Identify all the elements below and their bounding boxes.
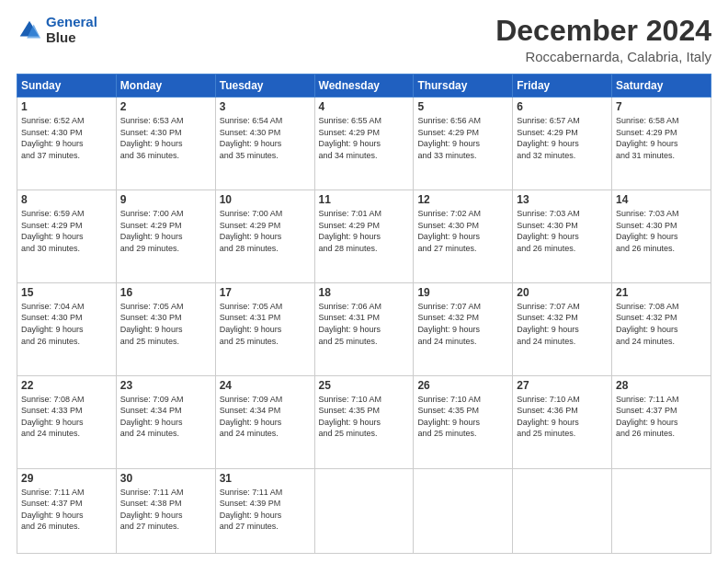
- day-number: 27: [517, 379, 608, 392]
- day-cell: 5Sunrise: 6:56 AMSunset: 4:29 PMDaylight…: [414, 98, 513, 190]
- day-number: 1: [21, 100, 112, 113]
- day-cell: 14Sunrise: 7:03 AMSunset: 4:30 PMDayligh…: [612, 190, 711, 283]
- day-cell: 20Sunrise: 7:07 AMSunset: 4:32 PMDayligh…: [513, 282, 612, 375]
- day-number: 3: [220, 100, 311, 113]
- day-number: 7: [616, 100, 707, 113]
- day-info: Sunrise: 7:08 AMSunset: 4:33 PMDaylight:…: [21, 394, 112, 440]
- day-info: Sunrise: 7:05 AMSunset: 4:30 PMDaylight:…: [120, 301, 211, 347]
- day-cell: 11Sunrise: 7:01 AMSunset: 4:29 PMDayligh…: [314, 190, 414, 283]
- week-row-1: 1Sunrise: 6:52 AMSunset: 4:30 PMDaylight…: [17, 98, 711, 190]
- day-cell: [612, 468, 711, 554]
- day-cell: [314, 468, 414, 554]
- week-row-4: 22Sunrise: 7:08 AMSunset: 4:33 PMDayligh…: [17, 375, 711, 468]
- day-info: Sunrise: 7:09 AMSunset: 4:34 PMDaylight:…: [220, 394, 311, 440]
- logo: General Blue: [17, 15, 97, 45]
- day-cell: 29Sunrise: 7:11 AMSunset: 4:37 PMDayligh…: [17, 468, 117, 554]
- day-info: Sunrise: 6:53 AMSunset: 4:30 PMDaylight:…: [120, 115, 211, 161]
- day-info: Sunrise: 7:03 AMSunset: 4:30 PMDaylight:…: [616, 208, 707, 254]
- day-info: Sunrise: 7:00 AMSunset: 4:29 PMDaylight:…: [120, 208, 211, 254]
- logo-text: General Blue: [46, 15, 97, 45]
- day-info: Sunrise: 7:07 AMSunset: 4:32 PMDaylight:…: [417, 301, 508, 347]
- day-info: Sunrise: 6:54 AMSunset: 4:30 PMDaylight:…: [220, 115, 311, 161]
- day-info: Sunrise: 7:06 AMSunset: 4:31 PMDaylight:…: [319, 301, 410, 347]
- day-info: Sunrise: 7:10 AMSunset: 4:36 PMDaylight:…: [517, 394, 608, 440]
- day-info: Sunrise: 7:10 AMSunset: 4:35 PMDaylight:…: [319, 394, 410, 440]
- day-cell: 28Sunrise: 7:11 AMSunset: 4:37 PMDayligh…: [612, 375, 711, 468]
- day-number: 8: [21, 193, 112, 206]
- day-cell: [414, 468, 513, 554]
- day-cell: 8Sunrise: 6:59 AMSunset: 4:29 PMDaylight…: [17, 190, 117, 283]
- day-info: Sunrise: 6:59 AMSunset: 4:29 PMDaylight:…: [21, 208, 112, 254]
- day-info: Sunrise: 7:09 AMSunset: 4:34 PMDaylight:…: [120, 394, 211, 440]
- day-cell: 26Sunrise: 7:10 AMSunset: 4:35 PMDayligh…: [414, 375, 513, 468]
- day-number: 11: [319, 193, 410, 206]
- calendar-header-row: SundayMondayTuesdayWednesdayThursdayFrid…: [17, 75, 711, 98]
- week-row-2: 8Sunrise: 6:59 AMSunset: 4:29 PMDaylight…: [17, 190, 711, 283]
- week-row-3: 15Sunrise: 7:04 AMSunset: 4:30 PMDayligh…: [17, 282, 711, 375]
- day-info: Sunrise: 7:10 AMSunset: 4:35 PMDaylight:…: [417, 394, 508, 440]
- col-header-friday: Friday: [513, 75, 612, 98]
- day-info: Sunrise: 6:58 AMSunset: 4:29 PMDaylight:…: [616, 115, 707, 161]
- day-number: 10: [220, 193, 311, 206]
- day-cell: 2Sunrise: 6:53 AMSunset: 4:30 PMDaylight…: [116, 98, 215, 190]
- calendar-table: SundayMondayTuesdayWednesdayThursdayFrid…: [17, 74, 711, 554]
- day-info: Sunrise: 7:08 AMSunset: 4:32 PMDaylight:…: [616, 301, 707, 347]
- title-block: December 2024 Roccabernarda, Calabria, I…: [495, 15, 711, 64]
- day-cell: 17Sunrise: 7:05 AMSunset: 4:31 PMDayligh…: [215, 282, 314, 375]
- day-number: 24: [220, 379, 311, 392]
- day-number: 20: [517, 286, 608, 299]
- day-number: 25: [319, 379, 410, 392]
- col-header-sunday: Sunday: [17, 75, 117, 98]
- day-cell: 22Sunrise: 7:08 AMSunset: 4:33 PMDayligh…: [17, 375, 117, 468]
- day-cell: 25Sunrise: 7:10 AMSunset: 4:35 PMDayligh…: [314, 375, 414, 468]
- day-cell: 10Sunrise: 7:00 AMSunset: 4:29 PMDayligh…: [215, 190, 314, 283]
- day-info: Sunrise: 7:00 AMSunset: 4:29 PMDaylight:…: [220, 208, 311, 254]
- day-info: Sunrise: 7:03 AMSunset: 4:30 PMDaylight:…: [517, 208, 608, 254]
- day-number: 14: [616, 193, 707, 206]
- col-header-monday: Monday: [116, 75, 215, 98]
- day-number: 18: [319, 286, 410, 299]
- header: General Blue December 2024 Roccabernarda…: [17, 15, 711, 64]
- page: General Blue December 2024 Roccabernarda…: [0, 0, 728, 563]
- day-info: Sunrise: 7:02 AMSunset: 4:30 PMDaylight:…: [417, 208, 508, 254]
- day-info: Sunrise: 7:04 AMSunset: 4:30 PMDaylight:…: [21, 301, 112, 347]
- day-cell: 30Sunrise: 7:11 AMSunset: 4:38 PMDayligh…: [116, 468, 215, 554]
- day-info: Sunrise: 7:11 AMSunset: 4:37 PMDaylight:…: [616, 394, 707, 440]
- day-number: 31: [220, 472, 311, 485]
- day-cell: 31Sunrise: 7:11 AMSunset: 4:39 PMDayligh…: [215, 468, 314, 554]
- col-header-tuesday: Tuesday: [215, 75, 314, 98]
- day-cell: [513, 468, 612, 554]
- col-header-wednesday: Wednesday: [314, 75, 414, 98]
- day-number: 19: [417, 286, 508, 299]
- day-number: 26: [417, 379, 508, 392]
- day-info: Sunrise: 6:57 AMSunset: 4:29 PMDaylight:…: [517, 115, 608, 161]
- col-header-saturday: Saturday: [612, 75, 711, 98]
- day-number: 15: [21, 286, 112, 299]
- day-number: 9: [120, 193, 211, 206]
- day-info: Sunrise: 6:56 AMSunset: 4:29 PMDaylight:…: [417, 115, 508, 161]
- day-cell: 24Sunrise: 7:09 AMSunset: 4:34 PMDayligh…: [215, 375, 314, 468]
- day-number: 5: [417, 100, 508, 113]
- day-cell: 13Sunrise: 7:03 AMSunset: 4:30 PMDayligh…: [513, 190, 612, 283]
- day-number: 30: [120, 472, 211, 485]
- day-cell: 19Sunrise: 7:07 AMSunset: 4:32 PMDayligh…: [414, 282, 513, 375]
- day-number: 13: [517, 193, 608, 206]
- day-cell: 16Sunrise: 7:05 AMSunset: 4:30 PMDayligh…: [116, 282, 215, 375]
- day-info: Sunrise: 7:11 AMSunset: 4:39 PMDaylight:…: [220, 487, 311, 533]
- day-number: 21: [616, 286, 707, 299]
- day-info: Sunrise: 7:11 AMSunset: 4:38 PMDaylight:…: [120, 487, 211, 533]
- day-cell: 18Sunrise: 7:06 AMSunset: 4:31 PMDayligh…: [314, 282, 414, 375]
- day-cell: 1Sunrise: 6:52 AMSunset: 4:30 PMDaylight…: [17, 98, 117, 190]
- day-cell: 27Sunrise: 7:10 AMSunset: 4:36 PMDayligh…: [513, 375, 612, 468]
- day-number: 4: [319, 100, 410, 113]
- day-info: Sunrise: 7:11 AMSunset: 4:37 PMDaylight:…: [21, 487, 112, 533]
- logo-icon: [17, 17, 42, 43]
- day-cell: 21Sunrise: 7:08 AMSunset: 4:32 PMDayligh…: [612, 282, 711, 375]
- day-number: 16: [120, 286, 211, 299]
- day-cell: 4Sunrise: 6:55 AMSunset: 4:29 PMDaylight…: [314, 98, 414, 190]
- day-number: 17: [220, 286, 311, 299]
- day-number: 28: [616, 379, 707, 392]
- day-number: 22: [21, 379, 112, 392]
- day-number: 12: [417, 193, 508, 206]
- day-info: Sunrise: 7:05 AMSunset: 4:31 PMDaylight:…: [220, 301, 311, 347]
